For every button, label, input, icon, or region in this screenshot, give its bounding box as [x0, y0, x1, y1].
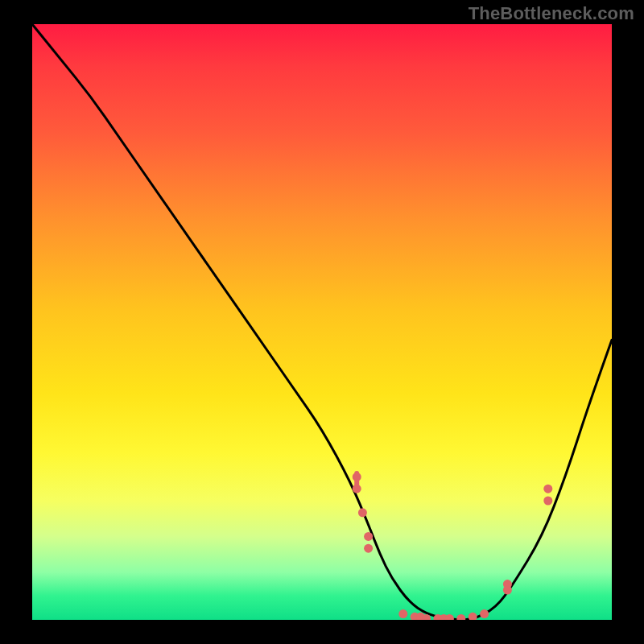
data-point [480, 609, 489, 618]
data-point [445, 614, 454, 620]
data-point [398, 609, 407, 618]
data-point [469, 613, 477, 620]
data-point [358, 508, 367, 517]
data-point [456, 614, 465, 620]
data-point [543, 485, 552, 493]
data-point [503, 580, 512, 588]
data-point-bar [354, 471, 359, 489]
data-point [543, 497, 552, 506]
curve-svg [32, 24, 612, 620]
chart-container: TheBottleneck.com [0, 0, 644, 644]
data-points-group [353, 471, 553, 620]
data-point [364, 544, 373, 553]
watermark-text: TheBottleneck.com [469, 3, 634, 24]
bottleneck-curve [32, 24, 612, 620]
plot-area [32, 24, 612, 620]
data-point [364, 532, 373, 541]
